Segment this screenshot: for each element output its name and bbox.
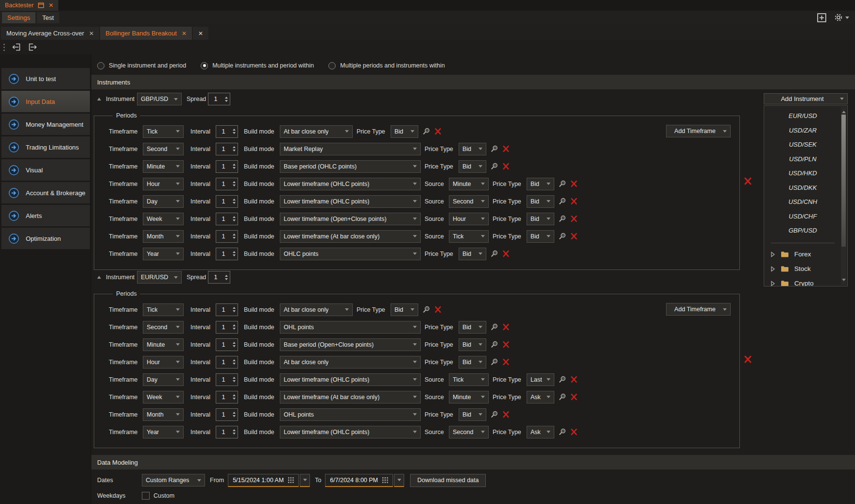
magnifier-icon[interactable]: [558, 428, 566, 436]
doc-tab-empty[interactable]: ✕: [193, 27, 208, 40]
interval-input[interactable]: 1: [216, 356, 238, 369]
from-date-input[interactable]: 5/15/2024 1:00 AM: [228, 474, 299, 487]
timeframe-select[interactable]: Second: [143, 143, 184, 155]
to-date-input[interactable]: 6/7/2024 8:00 PM: [325, 474, 393, 487]
timeframe-select[interactable]: Day: [143, 373, 184, 386]
timeframe-select[interactable]: Month: [143, 230, 184, 243]
instrument-select[interactable]: EUR/USD: [137, 271, 182, 284]
build-mode-select[interactable]: Lower timeframe (At bar close only): [280, 391, 421, 403]
remove-timeframe-button[interactable]: [570, 233, 578, 240]
collapse-icon[interactable]: [97, 276, 101, 279]
close-window-icon[interactable]: ✕: [49, 2, 53, 8]
remove-instrument-button[interactable]: [744, 177, 752, 185]
spinner-up-down-icon[interactable]: [231, 178, 238, 190]
timeframe-select[interactable]: Minute: [143, 160, 184, 173]
close-tab-icon[interactable]: ✕: [198, 31, 203, 36]
sidebar-item-optimization[interactable]: Optimization: [1, 228, 90, 249]
remove-timeframe-button[interactable]: [570, 393, 578, 401]
source-select[interactable]: Minute: [449, 391, 489, 403]
timeframe-select[interactable]: Tick: [143, 303, 184, 316]
timeframe-select[interactable]: Month: [143, 408, 184, 421]
interval-input[interactable]: 1: [216, 338, 238, 351]
build-mode-select[interactable]: Lower timeframe (OHLC points): [280, 373, 421, 386]
build-mode-select[interactable]: Lower timeframe (OHLC points): [280, 426, 421, 438]
scrollbar[interactable]: [841, 107, 846, 285]
build-mode-select[interactable]: Lower timeframe (OHLC points): [280, 178, 421, 190]
remove-timeframe-button[interactable]: [502, 358, 510, 366]
build-mode-select[interactable]: OHLC points: [280, 248, 421, 260]
tab-settings[interactable]: Settings: [2, 12, 35, 23]
spinner-up-down-icon[interactable]: [231, 321, 238, 333]
collapse-icon[interactable]: [97, 98, 101, 101]
magnifier-icon[interactable]: [558, 375, 566, 384]
interval-input[interactable]: 1: [216, 248, 238, 260]
price-type-select[interactable]: Bid: [459, 356, 486, 369]
price-type-select[interactable]: Ask: [527, 426, 554, 438]
magnifier-icon[interactable]: [490, 162, 498, 170]
interval-input[interactable]: 1: [216, 373, 238, 386]
source-select[interactable]: Second: [449, 195, 489, 208]
drag-grip-icon[interactable]: [3, 44, 5, 51]
sidebar-item-unit-to-test[interactable]: Unit to test: [1, 68, 90, 89]
build-mode-select[interactable]: At bar close only: [280, 303, 353, 316]
import-settings-icon[interactable]: [11, 42, 22, 52]
interval-input[interactable]: 1: [216, 178, 238, 190]
to-date-dropdown-button[interactable]: [394, 474, 404, 487]
price-type-select[interactable]: Bid: [459, 408, 486, 421]
spinner-up-down-icon[interactable]: [231, 339, 238, 351]
timeframe-select[interactable]: Hour: [143, 178, 184, 190]
picker-symbol-eur-usd[interactable]: EUR/USD: [764, 109, 847, 123]
doc-tab-moving-average-cross-over[interactable]: Moving Average Cross-over ✕: [1, 27, 99, 40]
add-instrument-button[interactable]: Add Instrument: [764, 93, 848, 104]
magnifier-icon[interactable]: [422, 305, 430, 314]
interval-input[interactable]: 1: [216, 408, 238, 421]
magnifier-icon[interactable]: [490, 323, 498, 331]
add-panel-icon[interactable]: [817, 13, 826, 22]
spinner-up-down-icon[interactable]: [231, 143, 238, 155]
remove-timeframe-button[interactable]: [570, 198, 578, 205]
magnifier-icon[interactable]: [490, 410, 498, 419]
picker-symbol-usd-dkk[interactable]: USD/DKK: [764, 181, 847, 195]
sidebar-item-trading-limitations[interactable]: Trading Limitations: [1, 136, 90, 158]
remove-instrument-button[interactable]: [744, 355, 752, 363]
price-type-select[interactable]: Bid: [459, 160, 486, 173]
remove-timeframe-button[interactable]: [502, 250, 510, 257]
timeframe-select[interactable]: Second: [143, 321, 184, 334]
interval-input[interactable]: 1: [216, 160, 238, 173]
interval-input[interactable]: 1: [216, 303, 238, 316]
spinner-up-down-icon[interactable]: [231, 196, 238, 207]
price-type-select[interactable]: Bid: [459, 338, 486, 351]
magnifier-icon[interactable]: [490, 250, 498, 258]
picker-symbol-usd-chf[interactable]: USD/CHF: [764, 209, 847, 224]
remove-timeframe-button[interactable]: [570, 180, 578, 187]
remove-timeframe-button[interactable]: [570, 376, 578, 383]
build-mode-select[interactable]: At bar close only: [280, 356, 421, 369]
remove-timeframe-button[interactable]: [502, 145, 510, 152]
spinner-up-down-icon[interactable]: [231, 304, 238, 316]
picker-group-crypto[interactable]: Crypto: [764, 276, 847, 287]
magnifier-icon[interactable]: [558, 232, 566, 240]
spinner-up-down-icon[interactable]: [223, 93, 230, 105]
download-missed-data-button[interactable]: Download missed data: [410, 474, 486, 487]
spread-input[interactable]: 1: [208, 271, 230, 284]
source-select[interactable]: Hour: [449, 213, 489, 225]
timeframe-select[interactable]: Minute: [143, 338, 184, 351]
build-mode-select[interactable]: Base period (OHLC points): [280, 160, 421, 173]
remove-timeframe-button[interactable]: [434, 128, 442, 135]
sidebar-item-visual[interactable]: Visual: [1, 159, 90, 181]
tab-test[interactable]: Test: [37, 12, 59, 23]
sidebar-item-money-management[interactable]: Money Management: [1, 114, 90, 135]
spinner-up-down-icon[interactable]: [231, 374, 238, 386]
spinner-up-down-icon[interactable]: [231, 213, 238, 225]
spinner-up-down-icon[interactable]: [231, 248, 238, 260]
source-select[interactable]: Tick: [449, 230, 489, 243]
source-select[interactable]: Second: [449, 426, 489, 438]
timeframe-select[interactable]: Week: [143, 391, 184, 403]
remove-timeframe-button[interactable]: [502, 411, 510, 418]
picker-symbol-usd-sek[interactable]: USD/SEK: [764, 137, 847, 152]
timeframe-select[interactable]: Day: [143, 195, 184, 208]
instrument-select[interactable]: GBP/USD: [137, 93, 182, 105]
spinner-up-down-icon[interactable]: [231, 126, 238, 137]
price-type-select[interactable]: Bid: [527, 213, 554, 225]
spinner-up-down-icon[interactable]: [231, 409, 238, 420]
